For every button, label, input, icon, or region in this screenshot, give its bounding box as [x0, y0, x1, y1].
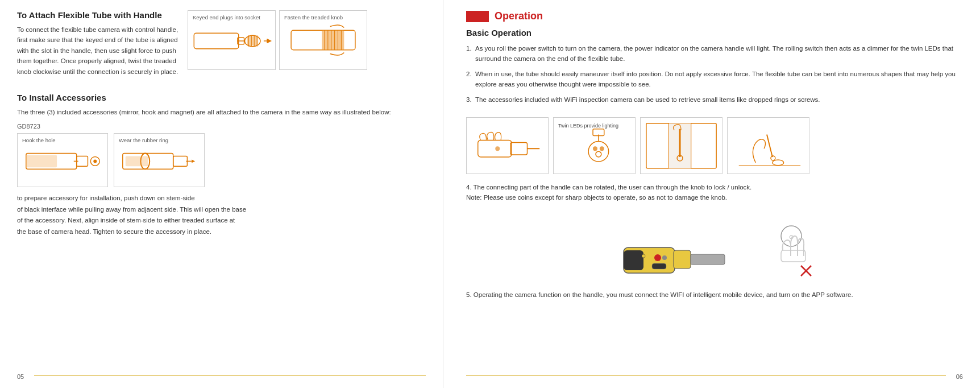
- svg-rect-52: [674, 250, 691, 269]
- operation-red-bar: [466, 11, 489, 22]
- accessory-diagram1: Hook the hole: [17, 133, 108, 187]
- op-diagram3: [640, 117, 722, 174]
- step2-text: When in use, the tube should easily mane…: [475, 71, 956, 88]
- svg-point-35: [593, 146, 597, 151]
- acc-diagram2-label: Wear the rubber ring: [119, 137, 168, 143]
- svg-marker-28: [192, 160, 195, 163]
- op-svg1: [467, 118, 548, 174]
- svg-point-55: [662, 255, 667, 260]
- svg-point-21: [93, 160, 97, 163]
- basic-op-title: Basic Operation: [466, 28, 963, 38]
- accessories-body: The three (3) included accessories (mirr…: [17, 107, 426, 117]
- svg-line-46: [767, 135, 773, 157]
- svg-rect-57: [652, 263, 666, 269]
- step1-text: As you roll the power switch to turn on …: [475, 45, 953, 62]
- operation-diagrams: Twin LEDs provide lighting: [466, 117, 963, 174]
- left-page: To Attach Flexible Tube with Handle To c…: [0, 0, 443, 388]
- svg-rect-11: [322, 30, 344, 49]
- step-3: 3. The accessories included with WiFi in…: [466, 94, 963, 105]
- operation-header: Operation: [466, 10, 963, 22]
- op-svg4: [728, 118, 809, 174]
- step-1: 1. As you roll the power switch to turn …: [466, 43, 963, 64]
- svg-rect-51: [624, 250, 643, 270]
- diagram1-label: Keyed end plugs into socket: [193, 14, 260, 20]
- accessories-section: To Install Accessories The three (3) inc…: [17, 93, 426, 238]
- bottom-line-left: [34, 375, 426, 375]
- svg-rect-23: [26, 155, 57, 168]
- op-diagram4: [727, 117, 809, 174]
- steps-list: 1. As you roll the power switch to turn …: [466, 43, 963, 109]
- attach-title: To Attach Flexible Tube with Handle: [17, 10, 182, 20]
- page-number-left: 05: [17, 373, 24, 380]
- step1-num: 1.: [466, 43, 472, 53]
- attach-diagrams: Keyed end plugs into socket: [188, 10, 367, 70]
- svg-point-54: [654, 254, 661, 261]
- accessory-install-text: to prepare accessory for installation, p…: [17, 193, 426, 237]
- step2-num: 2.: [466, 69, 472, 79]
- svg-rect-26: [173, 156, 188, 167]
- svg-rect-0: [194, 33, 238, 48]
- svg-point-37: [596, 151, 601, 157]
- diagram2-label: Fasten the treaded knob: [284, 14, 343, 20]
- svg-point-36: [600, 146, 604, 151]
- svg-point-47: [771, 156, 775, 160]
- svg-rect-53: [691, 254, 725, 265]
- svg-rect-31: [510, 142, 528, 155]
- accessory-diagram2: Wear the rubber ring: [114, 133, 205, 187]
- svg-point-56: [642, 254, 645, 258]
- op-diagram2: Twin LEDs provide lighting: [553, 117, 636, 174]
- camera-illustration: ⊙: [466, 219, 963, 282]
- op-diagram1: [466, 117, 549, 174]
- step4-block: 4. The connecting part of the handle can…: [466, 182, 963, 207]
- page-number-right: 06: [956, 373, 963, 380]
- op-svg3: [641, 118, 722, 174]
- right-page: Operation Basic Operation 1. As you roll…: [443, 0, 980, 388]
- diagram-keyed-end: Keyed end plugs into socket: [188, 10, 276, 70]
- attach-text-block: To Attach Flexible Tube with Handle To c…: [17, 10, 182, 80]
- step-2: 2. When in use, the tube should easily m…: [466, 69, 963, 90]
- svg-rect-30: [478, 140, 512, 157]
- step5-text: 5. Operating the camera function on the …: [466, 290, 963, 300]
- bottom-line-right: [466, 375, 946, 375]
- camera-device-svg: [612, 219, 749, 282]
- attach-section: To Attach Flexible Tube with Handle To c…: [17, 10, 426, 80]
- coin-hand-svg: ⊙: [766, 219, 817, 282]
- attach-body: To connect the flexible tube camera with…: [17, 24, 182, 77]
- accessories-title: To Install Accessories: [17, 93, 426, 102]
- twin-leds-label: Twin LEDs provide lighting: [558, 122, 618, 130]
- gd-label: GD8723: [17, 123, 426, 130]
- acc-diagram1-label: Hook the hole: [22, 137, 56, 143]
- svg-point-48: [773, 160, 784, 166]
- step3-text: The accessories included with WiFi inspe…: [475, 96, 820, 103]
- operation-title: Operation: [495, 10, 543, 22]
- step3-num: 3.: [466, 94, 472, 105]
- diagram-treaded-knob: Fasten the treaded knob: [279, 10, 367, 70]
- svg-point-33: [495, 146, 500, 151]
- step4-text: 4. The connecting part of the handle can…: [466, 182, 963, 203]
- step5-block: 5. Operating the camera function on the …: [466, 290, 963, 303]
- accessory-diagrams: Hook the hole Wear the rubber ri: [17, 133, 426, 187]
- svg-rect-29: [126, 156, 148, 167]
